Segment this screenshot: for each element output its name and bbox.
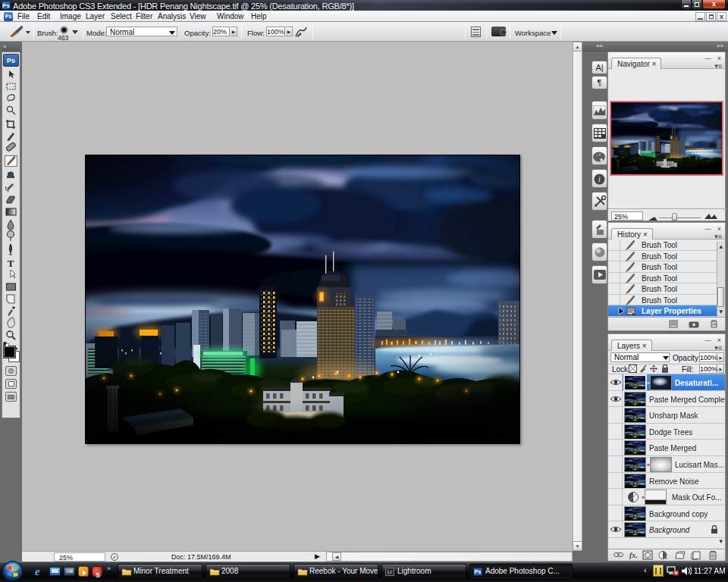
svg-text:fx.: fx.	[629, 551, 638, 559]
svg-text:T: T	[8, 258, 14, 269]
svg-text:i: i	[598, 175, 601, 183]
